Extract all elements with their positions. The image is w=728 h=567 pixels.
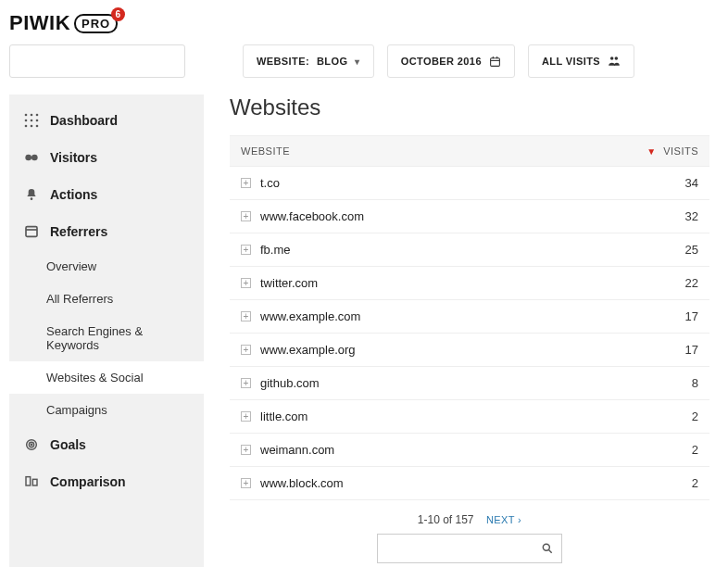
expand-row-icon[interactable]: + (241, 278, 251, 288)
table-row[interactable]: +little.com2 (230, 400, 709, 434)
expand-row-icon[interactable]: + (241, 478, 251, 488)
table-search[interactable] (377, 534, 562, 563)
global-search-input[interactable] (23, 55, 179, 69)
website-name: t.co (260, 176, 661, 190)
expand-row-icon[interactable]: + (241, 411, 251, 422)
pager-next[interactable]: NEXT › (486, 514, 521, 525)
table-row[interactable]: +twitter.com22 (230, 267, 709, 300)
search-icon[interactable] (541, 541, 554, 556)
logo-brand: PIWIK (9, 11, 70, 35)
col-visits[interactable]: ▼ VISITS (646, 145, 698, 157)
nav-visitors[interactable]: Visitors (9, 139, 204, 176)
browser-icon (24, 224, 39, 239)
sidebar: Dashboard Visitors Actions Referrers Ove… (9, 94, 204, 567)
expand-row-icon[interactable]: + (241, 245, 251, 255)
expand-row-icon[interactable]: + (241, 311, 251, 321)
logo: PIWIK PRO 6 (9, 7, 719, 44)
nav-referrers[interactable]: Referrers (9, 213, 204, 250)
visits-value: 32 (661, 209, 698, 223)
table-row[interactable]: +www.example.org17 (230, 334, 709, 367)
svg-rect-19 (31, 157, 31, 159)
grid-icon (24, 113, 39, 128)
table-row[interactable]: +weimann.com2 (230, 434, 709, 467)
comparison-icon (24, 474, 39, 489)
visits-value: 2 (661, 443, 698, 457)
website-name: little.com (260, 410, 661, 423)
website-name: github.com (260, 376, 661, 390)
svg-point-16 (36, 125, 39, 128)
svg-point-28 (543, 544, 549, 550)
table-row[interactable]: +www.block.com2 (230, 467, 709, 500)
table-header: WEBSITE ▼ VISITS (230, 135, 709, 167)
page-title: Websites (230, 94, 709, 120)
nav-dashboard[interactable]: Dashboard (9, 102, 204, 139)
segment-selector[interactable]: ALL VISITS (528, 44, 634, 78)
website-name: www.example.org (260, 343, 661, 357)
visits-value: 17 (661, 343, 698, 357)
visits-value: 22 (661, 276, 698, 290)
svg-rect-21 (26, 227, 37, 237)
website-name: weimann.com (260, 443, 661, 457)
svg-point-11 (25, 120, 28, 122)
calendar-icon (489, 56, 501, 68)
svg-point-15 (31, 125, 33, 128)
svg-line-29 (548, 549, 551, 552)
table-search-input[interactable] (385, 542, 541, 556)
website-name: www.facebook.com (260, 209, 661, 223)
svg-rect-2 (491, 57, 500, 66)
nav-comparison[interactable]: Comparison (9, 463, 204, 500)
logo-pro-tag: PRO 6 (74, 14, 118, 33)
svg-point-20 (31, 197, 33, 200)
sort-desc-icon: ▼ (646, 146, 656, 157)
expand-row-icon[interactable]: + (241, 378, 251, 388)
svg-point-9 (31, 114, 33, 117)
sub-search-engines[interactable]: Search Engines & Keywords (9, 315, 204, 361)
svg-point-8 (25, 114, 28, 117)
sub-all-referrers[interactable]: All Referrers (9, 283, 204, 315)
svg-point-10 (36, 114, 39, 117)
visits-value: 2 (661, 410, 698, 423)
svg-point-13 (36, 120, 39, 122)
table-row[interactable]: +www.example.com17 (230, 300, 709, 334)
svg-point-18 (31, 155, 38, 161)
expand-row-icon[interactable]: + (241, 211, 251, 221)
users-icon (608, 56, 621, 67)
sub-websites-social[interactable]: Websites & Social (9, 361, 204, 394)
global-search[interactable] (9, 44, 185, 78)
notification-badge[interactable]: 6 (111, 7, 125, 21)
pager-info: 1-10 of 157 (418, 513, 474, 526)
col-website[interactable]: WEBSITE (241, 145, 646, 157)
chevron-down-icon: ▾ (355, 57, 359, 67)
svg-point-6 (610, 57, 614, 60)
website-selector[interactable]: WEBSITE: BLOG ▾ (243, 44, 374, 78)
visits-value: 8 (661, 376, 698, 390)
table-row[interactable]: +fb.me25 (230, 233, 709, 267)
visits-value: 25 (661, 243, 698, 257)
visitors-icon (24, 150, 39, 165)
table-row[interactable]: +www.facebook.com32 (230, 200, 709, 233)
period-selector[interactable]: OCTOBER 2016 (387, 44, 515, 78)
nav-goals[interactable]: Goals (9, 426, 204, 463)
table-row[interactable]: +github.com8 (230, 367, 709, 400)
sub-overview[interactable]: Overview (9, 250, 204, 283)
table-row[interactable]: +t.co34 (230, 167, 709, 200)
sub-campaigns[interactable]: Campaigns (9, 394, 204, 426)
visits-value: 2 (661, 476, 698, 490)
expand-row-icon[interactable]: + (241, 445, 251, 455)
target-icon (24, 437, 39, 452)
visits-value: 17 (661, 309, 698, 323)
svg-point-14 (25, 125, 28, 128)
svg-rect-27 (32, 479, 37, 485)
svg-point-17 (25, 155, 31, 161)
expand-row-icon[interactable]: + (241, 345, 251, 355)
visits-value: 34 (661, 176, 698, 190)
svg-rect-26 (26, 477, 31, 485)
svg-point-7 (615, 57, 619, 60)
website-name: www.example.com (260, 309, 661, 323)
expand-row-icon[interactable]: + (241, 178, 251, 188)
svg-point-25 (31, 444, 31, 445)
bell-icon (24, 187, 39, 202)
website-name: www.block.com (260, 476, 661, 490)
nav-actions[interactable]: Actions (9, 176, 204, 213)
website-name: twitter.com (260, 276, 661, 290)
